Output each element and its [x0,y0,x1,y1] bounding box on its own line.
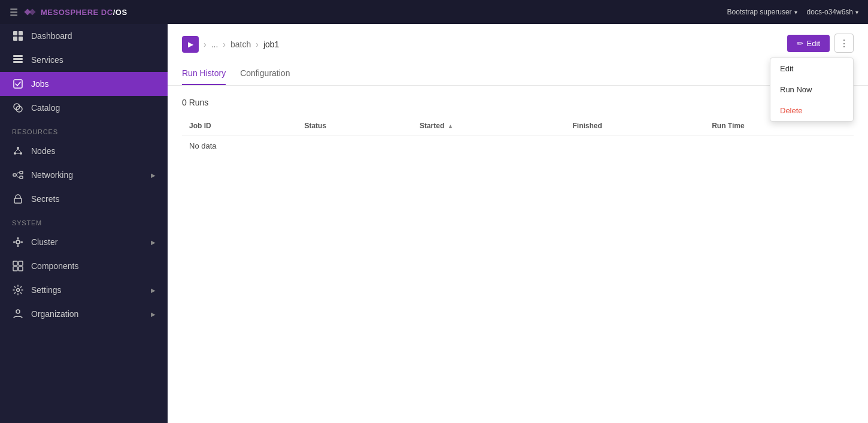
topnav: ☰ MESOSPHERE DC/OS Bootstrap superuser ▾… [0,0,868,24]
topnav-right: Bootstrap superuser ▾ docs-o34w6sh ▾ [727,8,858,16]
breadcrumb-sep3: › [256,40,259,49]
secrets-icon [12,193,24,205]
svg-rect-16 [13,174,16,176]
dropdown-item-run-now[interactable]: Run Now [770,79,853,100]
sidebar-item-jobs[interactable]: Jobs [0,72,168,96]
edit-button[interactable]: ✏ Edit [787,35,830,52]
svg-rect-0 [13,31,17,35]
sidebar-item-networking[interactable]: Networking ▶ [0,163,168,187]
jobs-icon [12,78,24,90]
cluster-icon [12,236,24,248]
breadcrumb-jobs-icon: ▶ [182,36,199,53]
svg-rect-34 [19,261,23,265]
services-icon [12,54,24,66]
sidebar-item-catalog[interactable]: Catalog [0,96,168,120]
dropdown-item-delete[interactable]: Delete [770,100,853,121]
networking-chevron-icon: ▶ [151,172,156,179]
organization-icon [12,308,24,320]
topnav-user2[interactable]: docs-o34w6sh ▾ [807,8,858,16]
system-section-label: System [0,211,168,230]
logo-brand: MESOSPHERE DC [41,8,113,17]
svg-rect-17 [20,171,23,174]
svg-point-24 [16,240,20,244]
user1-label: Bootstrap superuser [727,8,792,16]
header-actions: ✏ Edit ⋮ [787,34,854,53]
sidebar-item-organization-label: Organization [31,309,78,319]
table-area: 0 Runs Job ID Status Started ▲ [168,86,868,423]
sidebar-item-nodes[interactable]: Nodes [0,139,168,163]
svg-rect-2 [13,37,17,41]
started-sort-icon: ▲ [448,123,454,129]
sidebar-item-dashboard[interactable]: Dashboard [0,24,168,48]
content: ▶ › ... › batch › job1 Run History Confi… [168,24,868,423]
svg-point-37 [17,289,20,292]
col-status[interactable]: Status [297,117,412,135]
edit-pencil-icon: ✏ [797,39,803,48]
svg-rect-3 [19,37,23,41]
svg-rect-33 [13,261,17,265]
networking-icon [12,169,24,181]
topnav-left: ☰ MESOSPHERE DC/OS [10,7,128,18]
resources-section-label: Resources [0,120,168,139]
table-header: Job ID Status Started ▲ Finished [182,117,854,135]
svg-rect-6 [13,61,23,63]
svg-rect-7 [14,80,22,88]
dropdown-item-edit[interactable]: Edit [770,58,853,79]
topnav-user1[interactable]: Bootstrap superuser ▾ [727,8,797,16]
svg-point-38 [16,310,20,313]
settings-chevron-icon: ▶ [151,287,156,294]
svg-rect-4 [13,55,23,57]
svg-point-10 [17,147,19,149]
hamburger-icon[interactable]: ☰ [10,7,18,18]
user2-chevron-icon: ▾ [855,9,858,16]
logo: MESOSPHERE DC/OS [23,7,128,17]
content-header: ▶ › ... › batch › job1 Run History Confi… [168,24,868,86]
sidebar-item-organization[interactable]: Organization ▶ [0,302,168,326]
catalog-icon [12,102,24,114]
table-body: No data [182,135,854,157]
user1-chevron-icon: ▾ [794,9,797,16]
col-job-id[interactable]: Job ID [182,117,297,135]
col-started[interactable]: Started ▲ [412,117,566,135]
sidebar-item-secrets[interactable]: Secrets [0,187,168,211]
sidebar: Dashboard Services Jobs [0,24,168,423]
svg-rect-23 [14,198,22,203]
sidebar-item-catalog-label: Catalog [31,103,60,113]
dropdown-menu: Edit Run Now Delete [770,58,854,122]
sidebar-item-settings[interactable]: Settings ▶ [0,278,168,302]
tabs: Run History Configuration [182,62,854,85]
breadcrumb-ellipsis[interactable]: ... [211,40,218,49]
svg-point-27 [13,241,15,243]
main-layout: Dashboard Services Jobs [0,24,868,423]
sidebar-item-jobs-label: Jobs [31,79,49,89]
sidebar-item-secrets-label: Secrets [31,194,59,204]
svg-rect-18 [20,176,23,179]
sidebar-item-cluster-label: Cluster [31,237,57,247]
sidebar-item-settings-label: Settings [31,285,62,295]
breadcrumb-sep1: › [204,40,207,49]
breadcrumb: ▶ › ... › batch › job1 [182,36,854,53]
more-dots-icon: ⋮ [839,38,849,49]
logo-os: OS [116,8,128,17]
svg-rect-35 [13,267,17,271]
breadcrumb-batch[interactable]: batch [230,40,251,49]
sidebar-item-components[interactable]: Components [0,254,168,278]
sidebar-item-cluster[interactable]: Cluster ▶ [0,230,168,254]
sidebar-item-services-label: Services [31,55,63,65]
organization-chevron-icon: ▶ [151,311,156,318]
sidebar-item-services[interactable]: Services [0,48,168,72]
svg-line-14 [18,149,21,152]
nodes-icon [12,145,24,157]
sidebar-item-networking-label: Networking [31,170,73,180]
col-finished[interactable]: Finished [566,117,705,135]
sidebar-item-dashboard-label: Dashboard [31,31,72,41]
dashboard-icon [12,30,24,42]
sidebar-item-nodes-label: Nodes [31,146,55,156]
settings-icon [12,284,24,296]
no-data-cell: No data [182,135,854,157]
tab-run-history[interactable]: Run History [182,62,226,85]
tab-configuration[interactable]: Configuration [240,62,290,85]
breadcrumb-job: job1 [263,40,279,49]
more-button[interactable]: ⋮ [834,34,854,53]
breadcrumb-sep2: › [223,40,226,49]
